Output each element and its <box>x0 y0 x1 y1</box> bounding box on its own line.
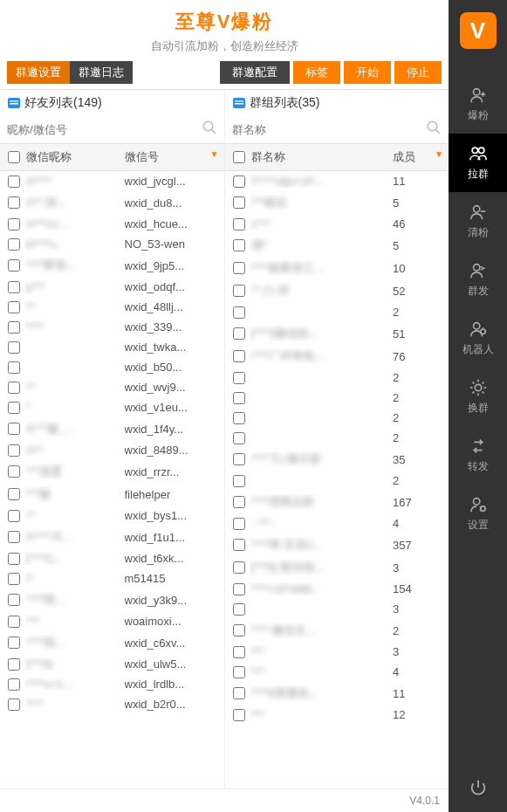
row-checkbox[interactable] <box>8 637 20 649</box>
row-checkbox[interactable] <box>8 698 20 711</box>
row-checkbox[interactable] <box>233 350 245 362</box>
table-row[interactable]: **wxid_bys1... <box>0 506 224 526</box>
row-checkbox[interactable] <box>233 432 245 444</box>
friends-col-nick[interactable]: 微信昵称 <box>24 149 125 165</box>
table-row[interactable]: 测*5 <box>225 234 449 257</box>
friends-rows[interactable]: A****wxid_jvcgl...A** 国...wxid_du8...A**… <box>0 171 224 788</box>
table-row[interactable]: 3 <box>225 599 449 619</box>
table-row[interactable]: - ***.4 <box>225 513 449 533</box>
row-checkbox[interactable] <box>8 281 20 293</box>
table-row[interactable]: A****wxid_jvcgl... <box>0 171 224 191</box>
table-row[interactable]: ****8房潘先...11 <box>225 682 449 705</box>
start-button[interactable]: 开始 <box>344 61 391 84</box>
table-row[interactable]: 2 <box>225 388 449 408</box>
friends-search-input[interactable] <box>7 123 202 136</box>
row-checkbox[interactable] <box>233 475 245 487</box>
table-row[interactable]: ****+1F448]...154 <box>225 579 449 599</box>
row-checkbox[interactable] <box>8 510 20 522</box>
row-checkbox[interactable] <box>8 259 20 272</box>
row-checkbox[interactable] <box>233 262 245 274</box>
row-checkbox[interactable] <box>233 666 245 678</box>
row-checkbox[interactable] <box>233 218 245 231</box>
table-row[interactable]: ****-微信支...2 <box>225 619 449 642</box>
sidebar-item-qingfen[interactable]: 清粉 <box>449 192 507 251</box>
sidebar-item-huanqun[interactable]: 换群 <box>449 368 507 426</box>
table-row[interactable]: ****指...wxid_c6xv... <box>0 631 224 654</box>
row-checkbox[interactable] <box>8 321 20 334</box>
row-checkbox[interactable] <box>233 175 245 188</box>
row-checkbox[interactable] <box>8 423 20 435</box>
row-checkbox[interactable] <box>8 238 20 251</box>
row-checkbox[interactable] <box>233 539 245 551</box>
table-row[interactable]: wxid_b50... <box>0 357 224 377</box>
search-icon[interactable] <box>426 120 442 140</box>
table-row[interactable]: y***wxid_odqf... <box>0 277 224 297</box>
friends-col-wxid[interactable]: 微信号 <box>125 149 221 165</box>
row-checkbox[interactable] <box>8 341 20 354</box>
table-row[interactable]: ***woaimoxi... <box>0 611 224 631</box>
table-row[interactable]: 2 <box>225 471 449 491</box>
row-checkbox[interactable] <box>233 518 245 530</box>
table-row[interactable]: ****能家居工...10 <box>225 257 449 279</box>
row-checkbox[interactable] <box>233 372 245 384</box>
table-row[interactable]: ***输filehelper <box>0 483 224 506</box>
row-checkbox[interactable] <box>233 453 245 465</box>
sidebar-item-zhuanfa[interactable]: 转发 <box>449 426 507 485</box>
friends-select-all-checkbox[interactable] <box>8 151 20 163</box>
row-checkbox[interactable] <box>8 488 20 500</box>
table-row[interactable]: ***3 <box>225 642 449 662</box>
table-row[interactable]: A**wxid_8489... <box>0 440 224 460</box>
row-checkbox[interactable] <box>8 361 20 374</box>
row-checkbox[interactable] <box>233 196 245 209</box>
row-checkbox[interactable] <box>8 678 20 691</box>
table-row[interactable]: 2 <box>225 368 449 388</box>
groups-col-name[interactable]: 群名称 <box>250 149 394 165</box>
groups-rows[interactable]: T****ot[u+1F...11***锁业51***46测*5****能家居工… <box>225 171 449 788</box>
row-checkbox[interactable] <box>8 553 20 565</box>
power-icon[interactable] <box>469 766 488 812</box>
row-checkbox[interactable] <box>233 496 245 508</box>
table-row[interactable]: l*m51415 <box>0 568 224 588</box>
table-row[interactable]: *wxid_v1eu... <box>0 397 224 417</box>
table-row[interactable]: b****uNO_53-wen <box>0 234 224 254</box>
tag-button[interactable]: 标签 <box>293 61 340 84</box>
search-icon[interactable] <box>202 120 217 140</box>
table-row[interactable]: ****球-互动1...357 <box>225 533 449 556</box>
row-checkbox[interactable] <box>8 616 20 628</box>
table-row[interactable]: ****情...wxid_y3k9... <box>0 588 224 611</box>
groups-search-input[interactable] <box>232 123 427 136</box>
row-checkbox[interactable] <box>8 573 20 585</box>
row-checkbox[interactable] <box>233 285 245 297</box>
table-row[interactable]: ****家智...wxid_9jp5... <box>0 254 224 277</box>
table-row[interactable]: 2 <box>225 408 449 428</box>
row-checkbox[interactable] <box>233 603 245 616</box>
table-row[interactable]: ***混蛋wxid_rrzr... <box>0 460 224 483</box>
tab-invite-settings[interactable]: 群邀设置 <box>7 61 70 84</box>
table-row[interactable]: 1***46 <box>225 214 449 234</box>
row-checkbox[interactable] <box>8 402 20 414</box>
row-checkbox[interactable] <box>8 444 20 457</box>
row-checkbox[interactable] <box>233 624 245 637</box>
table-row[interactable]: ****下) 聊天群35 <box>225 448 449 471</box>
table-row[interactable]: [****]微信拓...51 <box>225 322 449 345</box>
tab-invite-log[interactable]: 群邀日志 <box>70 61 133 84</box>
row-checkbox[interactable] <box>8 196 20 209</box>
row-checkbox[interactable] <box>8 594 20 606</box>
table-row[interactable]: [***5] 夜间培...3 <box>225 556 449 579</box>
row-checkbox[interactable] <box>233 306 245 319</box>
row-checkbox[interactable] <box>233 561 245 574</box>
row-checkbox[interactable] <box>8 301 20 313</box>
row-checkbox[interactable] <box>233 583 245 595</box>
row-checkbox[interactable] <box>8 175 20 188</box>
row-checkbox[interactable] <box>233 392 245 404</box>
table-row[interactable]: T****ot[u+1F...11 <box>225 171 449 191</box>
table-row[interactable]: [***7]...wxid_t6xk... <box>0 548 224 568</box>
row-checkbox[interactable] <box>8 382 20 394</box>
row-checkbox[interactable] <box>233 646 245 658</box>
table-row[interactable]: ***4 <box>225 662 449 682</box>
table-row[interactable]: **wxid_wvj9... <box>0 377 224 397</box>
row-checkbox[interactable] <box>8 218 20 231</box>
sidebar-item-qunfa[interactable]: 群发 <box>449 251 507 309</box>
invite-config-button[interactable]: 群邀配置 <box>220 61 290 84</box>
table-row[interactable]: ****u+1...wxid_lrdlb... <box>0 674 224 694</box>
